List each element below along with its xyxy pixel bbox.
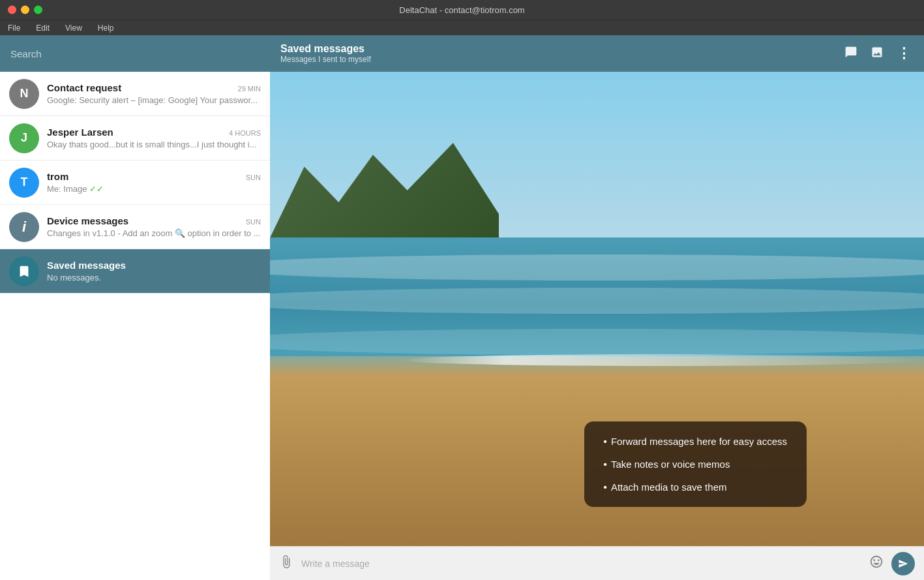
chat-info: Jesper Larsen 4 HOURS Okay thats good...… bbox=[47, 127, 261, 149]
avatar: T bbox=[9, 168, 39, 198]
menu-view[interactable]: View bbox=[63, 22, 85, 34]
bullet-2: • bbox=[604, 459, 607, 470]
wave bbox=[270, 329, 924, 355]
chat-time: 29 MIN bbox=[238, 85, 261, 93]
chat-background: • Forward messages here for easy access … bbox=[270, 72, 924, 546]
sidebar: N Contact request 29 MIN Google: Securit… bbox=[0, 35, 270, 580]
chat-time: 4 HOURS bbox=[229, 129, 261, 137]
window-controls[interactable] bbox=[8, 6, 42, 14]
chat-preview: Okay thats good...but it is small things… bbox=[47, 140, 261, 149]
chat-time: SUN bbox=[246, 174, 261, 181]
preview-text: Me: Image bbox=[47, 184, 87, 194]
chat-info: Device messages SUN Changes in v1.1.0 - … bbox=[47, 215, 261, 238]
chat-header-row: Contact request 29 MIN bbox=[47, 82, 261, 93]
chat-preview: Changes in v1.1.0 - Add an zoom 🔍 option… bbox=[47, 228, 261, 238]
message-input[interactable] bbox=[301, 558, 861, 569]
chat-header-row: Jesper Larsen 4 HOURS bbox=[47, 127, 261, 138]
chat-name: Saved messages bbox=[47, 260, 126, 271]
chat-info: Contact request 29 MIN Google: Security … bbox=[47, 82, 261, 105]
gallery-icon[interactable] bbox=[868, 43, 886, 65]
avatar bbox=[9, 256, 39, 286]
chat-item-jesper[interactable]: J Jesper Larsen 4 HOURS Okay thats good.… bbox=[0, 116, 270, 160]
menu-help[interactable]: Help bbox=[95, 22, 117, 34]
wave bbox=[270, 288, 924, 314]
chat-panel-info: Saved messages Messages I sent to myself bbox=[280, 43, 842, 64]
minimize-button[interactable] bbox=[21, 6, 29, 14]
search-bar bbox=[0, 35, 270, 72]
chat-info: trom SUN Me: Image ✓✓ bbox=[47, 171, 261, 194]
chat-panel-title: Saved messages bbox=[280, 43, 842, 55]
bullet-1: • bbox=[604, 436, 607, 447]
info-text-2: Take notes or voice memos bbox=[611, 459, 730, 470]
info-item-2: • Take notes or voice memos bbox=[604, 459, 787, 470]
chat-header-actions: ⋮ bbox=[842, 42, 914, 65]
menu-file[interactable]: File bbox=[5, 22, 23, 34]
chat-header-row: Device messages SUN bbox=[47, 215, 261, 226]
message-bar bbox=[270, 546, 924, 580]
chat-preview: Me: Image ✓✓ bbox=[47, 184, 261, 194]
chat-item-saved[interactable]: Saved messages No messages. bbox=[0, 249, 270, 294]
avatar: N bbox=[9, 79, 39, 109]
chat-info: Saved messages No messages. bbox=[47, 260, 261, 282]
chat-list: N Contact request 29 MIN Google: Securit… bbox=[0, 72, 270, 580]
foam-line bbox=[401, 354, 924, 366]
avatar: i bbox=[9, 212, 39, 242]
titlebar: DeltaChat - contact@tiotrom.com bbox=[0, 0, 924, 20]
avatar: J bbox=[9, 123, 39, 153]
double-check-icon: ✓✓ bbox=[89, 184, 104, 194]
chat-panel-header: Saved messages Messages I sent to myself… bbox=[270, 35, 924, 72]
chat-time: SUN bbox=[246, 218, 261, 226]
chat-item-trom[interactable]: T trom SUN Me: Image ✓✓ bbox=[0, 160, 270, 205]
attach-icon[interactable] bbox=[279, 555, 293, 572]
info-text-1: Forward messages here for easy access bbox=[611, 436, 787, 447]
bookmark-icon bbox=[17, 264, 31, 279]
maximize-button[interactable] bbox=[34, 6, 42, 14]
info-item-1: • Forward messages here for easy access bbox=[604, 436, 787, 447]
close-button[interactable] bbox=[8, 6, 16, 14]
main-area: N Contact request 29 MIN Google: Securit… bbox=[0, 35, 924, 580]
emoji-icon[interactable] bbox=[869, 555, 884, 572]
send-button[interactable] bbox=[891, 552, 915, 575]
info-overlay: • Forward messages here for easy access … bbox=[584, 421, 807, 507]
chat-name: Jesper Larsen bbox=[47, 127, 113, 138]
chat-preview: Google: Security alert – [image: Google]… bbox=[47, 95, 261, 105]
chat-header-row: Saved messages bbox=[47, 260, 261, 271]
wave bbox=[270, 254, 924, 281]
chat-name: Device messages bbox=[47, 215, 128, 226]
info-item-3: • Attach media to save them bbox=[604, 481, 787, 493]
app-title: DeltaChat - contact@tiotrom.com bbox=[399, 5, 524, 15]
menu-edit[interactable]: Edit bbox=[33, 22, 52, 34]
info-text-3: Attach media to save them bbox=[611, 481, 727, 493]
more-icon[interactable]: ⋮ bbox=[894, 42, 914, 65]
menubar: File Edit View Help bbox=[0, 20, 924, 35]
search-input[interactable] bbox=[10, 48, 260, 59]
chat-preview: No messages. bbox=[47, 273, 261, 282]
chat-item-device[interactable]: i Device messages SUN Changes in v1.1.0 … bbox=[0, 205, 270, 249]
chat-name: trom bbox=[47, 171, 68, 182]
chat-header-row: trom SUN bbox=[47, 171, 261, 182]
chat-item-contact-request[interactable]: N Contact request 29 MIN Google: Securit… bbox=[0, 72, 270, 116]
chat-bubble-icon[interactable] bbox=[842, 43, 860, 65]
chat-panel-subtitle: Messages I sent to myself bbox=[280, 55, 842, 64]
chat-name: Contact request bbox=[47, 82, 121, 93]
bullet-3: • bbox=[604, 481, 607, 493]
chat-panel: Saved messages Messages I sent to myself… bbox=[270, 35, 924, 580]
